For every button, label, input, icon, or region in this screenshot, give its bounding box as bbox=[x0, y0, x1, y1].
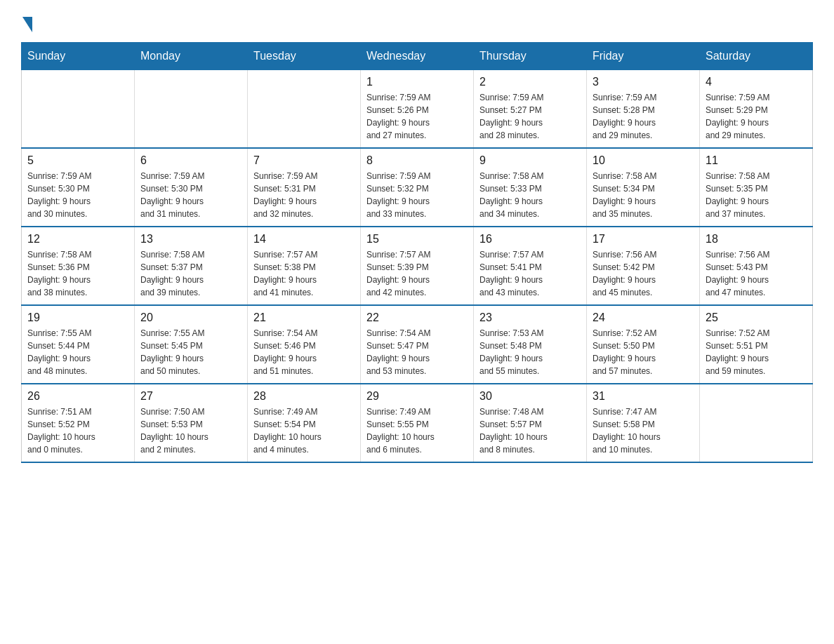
calendar-cell-2-6: 10Sunrise: 7:58 AM Sunset: 5:34 PM Dayli… bbox=[587, 148, 700, 227]
day-info: Sunrise: 7:59 AM Sunset: 5:29 PM Dayligh… bbox=[706, 91, 807, 142]
week-row-3: 12Sunrise: 7:58 AM Sunset: 5:36 PM Dayli… bbox=[22, 227, 813, 305]
day-info: Sunrise: 7:59 AM Sunset: 5:26 PM Dayligh… bbox=[366, 91, 468, 142]
day-number: 25 bbox=[706, 311, 807, 324]
day-info: Sunrise: 7:58 AM Sunset: 5:33 PM Dayligh… bbox=[479, 170, 581, 220]
day-number: 30 bbox=[479, 390, 581, 403]
day-number: 10 bbox=[593, 154, 694, 167]
day-number: 6 bbox=[140, 154, 241, 167]
week-row-4: 19Sunrise: 7:55 AM Sunset: 5:44 PM Dayli… bbox=[22, 305, 813, 384]
calendar-cell-1-6: 3Sunrise: 7:59 AM Sunset: 5:28 PM Daylig… bbox=[587, 70, 700, 149]
day-number: 31 bbox=[593, 390, 694, 403]
day-number: 22 bbox=[366, 311, 468, 324]
week-row-5: 26Sunrise: 7:51 AM Sunset: 5:52 PM Dayli… bbox=[22, 384, 813, 462]
day-info: Sunrise: 7:54 AM Sunset: 5:47 PM Dayligh… bbox=[366, 327, 468, 377]
day-info: Sunrise: 7:47 AM Sunset: 5:58 PM Dayligh… bbox=[593, 405, 694, 456]
header-wednesday: Wednesday bbox=[361, 43, 474, 70]
calendar-cell-5-4: 29Sunrise: 7:49 AM Sunset: 5:55 PM Dayli… bbox=[361, 384, 474, 462]
calendar-cell-3-2: 13Sunrise: 7:58 AM Sunset: 5:37 PM Dayli… bbox=[135, 227, 248, 305]
day-info: Sunrise: 7:55 AM Sunset: 5:44 PM Dayligh… bbox=[27, 327, 128, 377]
calendar-cell-4-7: 25Sunrise: 7:52 AM Sunset: 5:51 PM Dayli… bbox=[700, 305, 813, 384]
page-header bbox=[21, 14, 813, 28]
day-info: Sunrise: 7:52 AM Sunset: 5:50 PM Dayligh… bbox=[593, 327, 694, 377]
logo bbox=[21, 14, 32, 28]
day-info: Sunrise: 7:57 AM Sunset: 5:39 PM Dayligh… bbox=[366, 248, 468, 299]
header-friday: Friday bbox=[587, 43, 700, 70]
day-number: 3 bbox=[593, 76, 694, 88]
calendar-cell-2-5: 9Sunrise: 7:58 AM Sunset: 5:33 PM Daylig… bbox=[474, 148, 587, 227]
calendar-cell-2-4: 8Sunrise: 7:59 AM Sunset: 5:32 PM Daylig… bbox=[361, 148, 474, 227]
day-info: Sunrise: 7:54 AM Sunset: 5:46 PM Dayligh… bbox=[253, 327, 355, 377]
day-info: Sunrise: 7:59 AM Sunset: 5:28 PM Dayligh… bbox=[593, 91, 694, 142]
day-info: Sunrise: 7:57 AM Sunset: 5:38 PM Dayligh… bbox=[253, 248, 355, 299]
day-info: Sunrise: 7:55 AM Sunset: 5:45 PM Dayligh… bbox=[140, 327, 241, 377]
day-number: 12 bbox=[27, 233, 128, 246]
calendar-cell-5-2: 27Sunrise: 7:50 AM Sunset: 5:53 PM Dayli… bbox=[135, 384, 248, 462]
calendar-cell-4-3: 21Sunrise: 7:54 AM Sunset: 5:46 PM Dayli… bbox=[248, 305, 361, 384]
header-monday: Monday bbox=[135, 43, 248, 70]
day-number: 17 bbox=[593, 233, 694, 246]
day-info: Sunrise: 7:59 AM Sunset: 5:31 PM Dayligh… bbox=[253, 170, 355, 220]
calendar-cell-2-3: 7Sunrise: 7:59 AM Sunset: 5:31 PM Daylig… bbox=[248, 148, 361, 227]
calendar-cell-3-3: 14Sunrise: 7:57 AM Sunset: 5:38 PM Dayli… bbox=[248, 227, 361, 305]
day-number: 28 bbox=[253, 390, 355, 403]
day-number: 9 bbox=[479, 154, 581, 167]
week-row-1: 1Sunrise: 7:59 AM Sunset: 5:26 PM Daylig… bbox=[22, 70, 813, 149]
day-info: Sunrise: 7:53 AM Sunset: 5:48 PM Dayligh… bbox=[479, 327, 581, 377]
day-number: 24 bbox=[593, 311, 694, 324]
calendar-cell-3-7: 18Sunrise: 7:56 AM Sunset: 5:43 PM Dayli… bbox=[700, 227, 813, 305]
calendar-header-row: Sunday Monday Tuesday Wednesday Thursday… bbox=[22, 43, 813, 70]
day-number: 26 bbox=[27, 390, 128, 403]
day-number: 23 bbox=[479, 311, 581, 324]
day-info: Sunrise: 7:58 AM Sunset: 5:37 PM Dayligh… bbox=[140, 248, 241, 299]
day-info: Sunrise: 7:49 AM Sunset: 5:54 PM Dayligh… bbox=[253, 405, 355, 456]
day-number: 27 bbox=[140, 390, 241, 403]
calendar-cell-1-3 bbox=[248, 70, 361, 149]
header-saturday: Saturday bbox=[700, 43, 813, 70]
day-number: 15 bbox=[366, 233, 468, 246]
day-number: 19 bbox=[27, 311, 128, 324]
day-number: 20 bbox=[140, 311, 241, 324]
calendar-cell-1-1 bbox=[22, 70, 135, 149]
day-info: Sunrise: 7:49 AM Sunset: 5:55 PM Dayligh… bbox=[366, 405, 468, 456]
calendar-cell-4-1: 19Sunrise: 7:55 AM Sunset: 5:44 PM Dayli… bbox=[22, 305, 135, 384]
week-row-2: 5Sunrise: 7:59 AM Sunset: 5:30 PM Daylig… bbox=[22, 148, 813, 227]
day-number: 1 bbox=[366, 76, 468, 88]
calendar-cell-3-5: 16Sunrise: 7:57 AM Sunset: 5:41 PM Dayli… bbox=[474, 227, 587, 305]
header-thursday: Thursday bbox=[474, 43, 587, 70]
calendar-cell-3-1: 12Sunrise: 7:58 AM Sunset: 5:36 PM Dayli… bbox=[22, 227, 135, 305]
calendar-cell-1-5: 2Sunrise: 7:59 AM Sunset: 5:27 PM Daylig… bbox=[474, 70, 587, 149]
calendar-cell-2-1: 5Sunrise: 7:59 AM Sunset: 5:30 PM Daylig… bbox=[22, 148, 135, 227]
day-info: Sunrise: 7:58 AM Sunset: 5:34 PM Dayligh… bbox=[593, 170, 694, 220]
day-number: 4 bbox=[706, 76, 807, 88]
day-info: Sunrise: 7:56 AM Sunset: 5:42 PM Dayligh… bbox=[593, 248, 694, 299]
day-info: Sunrise: 7:57 AM Sunset: 5:41 PM Dayligh… bbox=[479, 248, 581, 299]
day-number: 18 bbox=[706, 233, 807, 246]
calendar-table: Sunday Monday Tuesday Wednesday Thursday… bbox=[21, 42, 813, 463]
day-number: 8 bbox=[366, 154, 468, 167]
day-info: Sunrise: 7:58 AM Sunset: 5:35 PM Dayligh… bbox=[706, 170, 807, 220]
calendar-cell-4-6: 24Sunrise: 7:52 AM Sunset: 5:50 PM Dayli… bbox=[587, 305, 700, 384]
header-sunday: Sunday bbox=[22, 43, 135, 70]
calendar-cell-5-1: 26Sunrise: 7:51 AM Sunset: 5:52 PM Dayli… bbox=[22, 384, 135, 462]
day-number: 5 bbox=[27, 154, 128, 167]
calendar-cell-1-4: 1Sunrise: 7:59 AM Sunset: 5:26 PM Daylig… bbox=[361, 70, 474, 149]
calendar-cell-4-4: 22Sunrise: 7:54 AM Sunset: 5:47 PM Dayli… bbox=[361, 305, 474, 384]
day-info: Sunrise: 7:58 AM Sunset: 5:36 PM Dayligh… bbox=[27, 248, 128, 299]
calendar-cell-3-6: 17Sunrise: 7:56 AM Sunset: 5:42 PM Dayli… bbox=[587, 227, 700, 305]
day-number: 14 bbox=[253, 233, 355, 246]
day-number: 7 bbox=[253, 154, 355, 167]
day-number: 21 bbox=[253, 311, 355, 324]
day-info: Sunrise: 7:50 AM Sunset: 5:53 PM Dayligh… bbox=[140, 405, 241, 456]
calendar-cell-1-7: 4Sunrise: 7:59 AM Sunset: 5:29 PM Daylig… bbox=[700, 70, 813, 149]
day-number: 2 bbox=[479, 76, 581, 88]
calendar-cell-5-6: 31Sunrise: 7:47 AM Sunset: 5:58 PM Dayli… bbox=[587, 384, 700, 462]
day-info: Sunrise: 7:59 AM Sunset: 5:32 PM Dayligh… bbox=[366, 170, 468, 220]
day-info: Sunrise: 7:52 AM Sunset: 5:51 PM Dayligh… bbox=[706, 327, 807, 377]
day-number: 13 bbox=[140, 233, 241, 246]
logo-arrow-icon bbox=[22, 17, 32, 32]
day-info: Sunrise: 7:51 AM Sunset: 5:52 PM Dayligh… bbox=[27, 405, 128, 456]
day-number: 16 bbox=[479, 233, 581, 246]
calendar-cell-4-5: 23Sunrise: 7:53 AM Sunset: 5:48 PM Dayli… bbox=[474, 305, 587, 384]
calendar-cell-3-4: 15Sunrise: 7:57 AM Sunset: 5:39 PM Dayli… bbox=[361, 227, 474, 305]
day-info: Sunrise: 7:56 AM Sunset: 5:43 PM Dayligh… bbox=[706, 248, 807, 299]
